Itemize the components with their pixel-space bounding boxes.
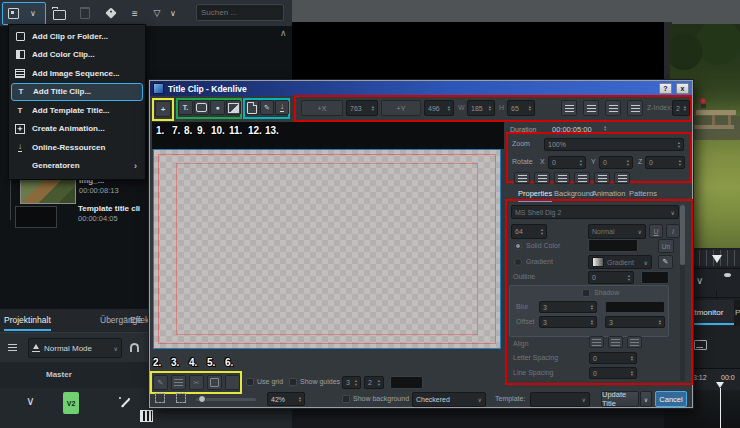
shadow-color-swatch[interactable] <box>605 301 665 313</box>
y-align-button[interactable]: +Y <box>381 100 421 116</box>
background-type-select[interactable]: Checkered <box>412 392 486 407</box>
show-guides-checkbox[interactable] <box>289 378 297 386</box>
menu-item-add-template[interactable]: T Add Template Title... <box>11 101 143 120</box>
solid-color-radio[interactable] <box>514 242 522 250</box>
snap-icon[interactable] <box>130 343 139 352</box>
line-spacing-field[interactable]: 0 <box>589 367 637 379</box>
rotate-z-field[interactable]: 0 <box>645 156 685 169</box>
filter-dropdown-button[interactable]: ∨ <box>166 4 180 22</box>
spinner-icon[interactable] <box>627 159 629 165</box>
add-clip-button[interactable] <box>4 4 22 22</box>
master-label[interactable]: Master <box>46 370 72 379</box>
x-position-field[interactable]: 763 <box>346 100 378 116</box>
tab-next[interactable]: P <box>735 308 740 317</box>
fit-zoom-icon[interactable] <box>155 393 165 403</box>
spinner-icon[interactable] <box>355 379 357 385</box>
font-family-select[interactable]: MS Shell Dlg 2 <box>511 205 679 219</box>
font-size-field[interactable]: 64 <box>511 224 547 239</box>
text-align-left-button[interactable] <box>589 336 604 348</box>
spinner-icon[interactable] <box>679 159 681 165</box>
spinner-icon[interactable] <box>378 379 380 385</box>
menu-item-online-resources[interactable]: ↓ Online-Ressourcen <box>11 138 143 157</box>
template-select[interactable] <box>530 392 590 407</box>
guides-color-swatch[interactable] <box>390 376 423 389</box>
film-icon[interactable] <box>140 410 153 422</box>
spinner-icon[interactable] <box>299 396 301 402</box>
underline-button[interactable]: U <box>649 224 663 238</box>
image-tool-button[interactable] <box>226 100 241 115</box>
menu-item-add-color[interactable]: Add Color Clip... <box>11 46 143 65</box>
save-title-button[interactable]: ↓ <box>275 100 289 115</box>
update-title-button[interactable]: Update Title <box>601 391 639 407</box>
text-tool-button[interactable]: T. <box>178 100 193 115</box>
offset-x-field[interactable]: 3 <box>539 316 597 328</box>
tab-animation[interactable]: Animation <box>592 189 625 198</box>
rotate-y-field[interactable]: 0 <box>599 156 633 169</box>
close-button[interactable]: x <box>676 83 689 94</box>
align-item-top-button[interactable] <box>574 172 590 184</box>
playhead-icon[interactable] <box>712 255 722 263</box>
menu-item-create-animation[interactable]: Create Animation... <box>11 120 143 139</box>
spinner-icon[interactable] <box>628 274 630 280</box>
update-title-dropdown-button[interactable]: ∨ <box>640 391 652 407</box>
spinner-icon[interactable] <box>541 228 543 234</box>
show-background-checkbox[interactable] <box>342 395 350 403</box>
height-field[interactable]: 65 <box>507 100 535 116</box>
align-item-left-button[interactable] <box>514 172 530 184</box>
edit-item-button[interactable]: ✎ <box>153 375 168 390</box>
align-item-vcenter-button[interactable] <box>594 172 610 184</box>
add-clip-dropdown-button[interactable]: ∨ <box>26 4 40 22</box>
title-canvas[interactable] <box>153 149 501 349</box>
gradient-radio[interactable] <box>514 258 522 266</box>
letter-spacing-field[interactable]: 0 <box>589 352 637 364</box>
search-input[interactable] <box>196 4 284 21</box>
offset-y-field[interactable]: 3 <box>605 316 665 328</box>
select-text-items-button[interactable] <box>171 375 186 390</box>
text-align-center-button[interactable] <box>608 336 623 348</box>
clip-thumbnail[interactable] <box>15 206 57 228</box>
spinner-icon[interactable] <box>372 105 374 111</box>
italic-button[interactable]: I <box>666 224 680 238</box>
outline-width-field[interactable]: 0 <box>588 271 634 284</box>
chevron-down-icon[interactable]: ∨ <box>26 394 35 408</box>
track-badge-v2[interactable]: V2 <box>63 392 79 414</box>
spinner-icon[interactable] <box>580 159 582 165</box>
align-item-right-button[interactable] <box>554 172 570 184</box>
dialog-titlebar[interactable]: Title Clip - Kdenlive ? x <box>150 81 692 96</box>
align-right-button[interactable] <box>605 100 621 116</box>
spinner-icon[interactable] <box>591 319 593 325</box>
align-item-bottom-button[interactable] <box>614 172 630 184</box>
menu-item-add-clip[interactable]: Add Clip or Folder... <box>11 27 143 46</box>
guides-y-field[interactable]: 2 <box>364 376 384 389</box>
screen-icon[interactable] <box>694 340 707 350</box>
filter-button[interactable]: ▽ <box>148 4 166 22</box>
edit-gradient-button[interactable]: ✎ <box>658 255 673 269</box>
spinner-icon[interactable] <box>529 105 531 111</box>
solid-color-swatch[interactable] <box>588 239 638 252</box>
clip-name[interactable]: Template title cli <box>78 204 140 213</box>
spinner-icon[interactable] <box>604 125 606 131</box>
align-hcenter-button[interactable] <box>583 100 599 116</box>
rect-tool-button[interactable] <box>194 100 209 115</box>
tab-projektinhalt[interactable]: Projektinhalt <box>4 315 51 331</box>
ellipse-tool-button[interactable]: ● <box>210 100 225 115</box>
select-image-items-button[interactable] <box>207 375 222 390</box>
menu-item-add-sequence[interactable]: Add Image Sequence... <box>11 64 143 83</box>
align-item-hcenter-button[interactable] <box>534 172 550 184</box>
create-folder-button[interactable] <box>50 4 68 22</box>
text-align-right-button[interactable] <box>627 336 642 348</box>
cancel-button[interactable]: Cancel <box>655 391 687 407</box>
properties-scrollbar[interactable] <box>680 205 685 381</box>
spinner-icon[interactable] <box>448 105 450 111</box>
shadow-checkbox[interactable] <box>582 289 590 297</box>
zoom-field[interactable]: 100% <box>544 138 684 151</box>
delete-button[interactable] <box>76 4 94 22</box>
tags-button[interactable] <box>102 4 120 22</box>
edit-title-button[interactable]: ✎ <box>260 100 274 115</box>
spinner-icon[interactable] <box>591 304 593 310</box>
guides-x-field[interactable]: 3 <box>342 376 361 389</box>
tab-properties[interactable]: Properties <box>518 189 552 202</box>
chevron-down-icon[interactable]: ∨ <box>696 275 703 286</box>
help-button[interactable]: ? <box>659 83 672 94</box>
spinner-icon[interactable] <box>659 319 661 325</box>
